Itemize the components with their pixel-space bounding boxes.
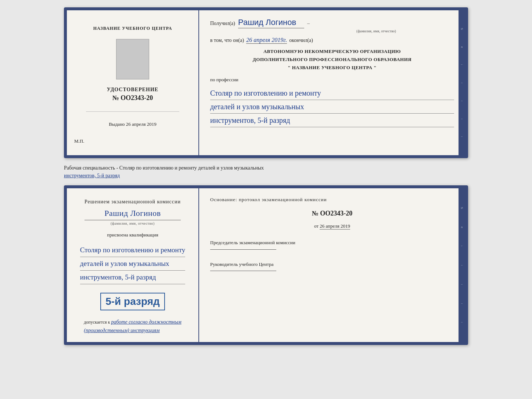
ot-date: от 26 апреля 2019 [210,223,454,229]
resheniem-title: Решением экзаменационной комиссии [85,197,181,206]
bottom-profession-line2: деталей и узлов музыкальных [80,257,185,271]
profession-lines: Столяр по изготовлению и ремонту деталей… [210,86,454,127]
specialty-prefix: Рабочая специальность - Столяр по изгото… [64,165,264,171]
top-document: НАЗВАНИЕ УЧЕБНОГО ЦЕНТРА УДОСТОВЕРЕНИЕ №… [64,7,468,158]
razryad-text: 5-й разряд [105,296,160,307]
profession-line3: инструментов, 5-й разряд [210,114,454,127]
poluchil-label: Получил(а) [210,21,235,26]
profession-line1: Столяр по изготовлению и ремонту [210,86,454,100]
center-name-top: НАЗВАНИЕ УЧЕБНОГО ЦЕНТРА [93,25,172,32]
rukovoditel-sig-line [210,271,276,271]
osnovanie-block: Основание: протокол экзаменационной коми… [210,196,327,204]
razryad-highlight: 5-й разряд [100,293,165,310]
poluchil-row: Получил(а) Рашид Логинов – [210,18,454,28]
profession-line2: деталей и узлов музыкальных [210,100,454,114]
dopuskaetsya-prefix: допускается к [84,320,110,325]
predsedatel-sig-line [210,249,276,250]
protocol-number: № OO2343-20 [210,210,454,217]
bottom-doc-left: Решением экзаменационной комиссии Рашид … [67,188,199,342]
predsedatel-block: Председатель экзаменационной комиссии [210,239,295,251]
right-side-strip-bottom: И а ← – – – – [459,188,465,342]
right-side-strip-top: И а ← – – – – [459,10,465,155]
vtom-label: в том, что он(а) [210,38,244,43]
predsedatel-label: Председатель экзаменационной комиссии [210,239,295,246]
org-line3: " НАЗВАНИЕ УЧЕБНОГО ЦЕНТРА " [210,64,454,72]
org-line2: ДОПОЛНИТЕЛЬНОГО ПРОФЕССИОНАЛЬНОГО ОБРАЗО… [210,56,454,64]
top-doc-left: НАЗВАНИЕ УЧЕБНОГО ЦЕНТРА УДОСТОВЕРЕНИЕ №… [67,10,199,155]
rukovoditel-block: Руководитель учебного Центра [210,261,276,273]
vydano-line: Выдано 26 апреля 2019 [109,121,156,127]
dopuskaetsya-block: допускается к работе согласно должностны… [84,318,181,335]
org-block: АВТОНОМНУЮ НЕКОММЕРЧЕСКУЮ ОРГАНИЗАЦИЮ ДО… [210,47,454,72]
bottom-doc-right: Основание: протокол экзаменационной коми… [199,188,465,342]
udostoverenie-label: УДОСТОВЕРЕНИЕ [107,87,158,93]
mp-line: М.П. [74,138,84,144]
divider1 [86,111,179,112]
prisvoena-text: присвоена квалификация [107,232,158,238]
specialty-text: Рабочая специальность - Столяр по изгото… [64,163,468,181]
bottom-profession-lines: Столяр по изготовлению и ремонту деталей… [80,243,185,284]
resheniem-block: Решением экзаменационной комиссии Рашид … [85,197,181,227]
recipient-name: Рашид Логинов [238,18,304,28]
org-line1: АВТОНОМНУЮ НЕКОММЕРЧЕСКУЮ ОРГАНИЗАЦИЮ [210,47,454,56]
bottom-recipient-name: Рашид Логинов [85,206,181,220]
vtom-row: в том, что он(а) 26 апреля 2019г. окончи… [210,37,454,44]
instruktsii-line1: работе согласно должностным [111,319,181,325]
photo-placeholder [116,39,149,79]
bottom-document: Решением экзаменационной комиссии Рашид … [64,185,468,345]
specialty-underlined: инструментов, 5-й разряд [64,173,120,178]
osnovanie-label: Основание: протокол экзаменационной коми… [210,197,327,202]
fio-hint-bottom: (фамилия, имя, отчество) [85,220,181,227]
completion-date: 26 апреля 2019г. [246,37,287,44]
po-professii-label: по профессии [210,77,454,83]
udostoverenie-number: № OO2343-20 [107,94,158,102]
udostoverenie-block: УДОСТОВЕРЕНИЕ № OO2343-20 [107,87,158,102]
rukovoditel-label: Руководитель учебного Центра [210,261,276,268]
poluchil-wrapper: Получил(а) Рашид Логинов – (фамилия, имя… [210,18,454,33]
bottom-profession-line3: инструментов, 5-й разряд [80,271,185,284]
bottom-profession-line1: Столяр по изготовлению и ремонту [80,243,185,257]
instruktsii-line2: (производственным) инструкциям [84,328,159,333]
top-doc-right: Получил(а) Рашид Логинов – (фамилия, имя… [199,10,465,155]
okonchil-label: окончил(а) [289,38,313,43]
